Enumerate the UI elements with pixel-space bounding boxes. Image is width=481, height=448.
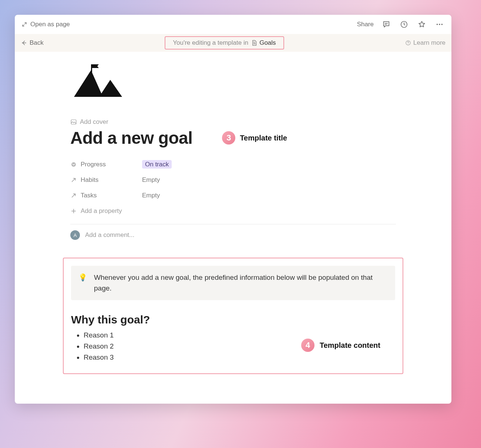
divider — [70, 224, 396, 224]
select-property-icon — [70, 161, 77, 168]
editing-template-label: You're editing a template in — [173, 39, 248, 47]
history-icon[interactable] — [399, 19, 409, 30]
topbar: Open as page Share — [15, 15, 451, 34]
annotation-4-number: 4 — [301, 339, 314, 352]
back-label: Back — [30, 39, 44, 47]
relation-icon — [70, 177, 77, 183]
editing-template-info: You're editing a template in Goals — [165, 36, 284, 50]
help-icon — [405, 40, 411, 46]
svg-rect-7 — [71, 120, 76, 124]
list-item[interactable]: Reason 1 — [84, 331, 397, 339]
property-habits-value[interactable]: Empty — [142, 176, 160, 184]
page-title[interactable]: Add a new goal — [70, 128, 192, 148]
property-tasks-label: Tasks — [81, 192, 97, 199]
page-modal: Open as page Share Back — [15, 15, 451, 404]
add-comment[interactable]: A Add a comment... — [70, 230, 396, 240]
annotation-4-label: Template content — [320, 341, 380, 350]
learn-more-link[interactable]: Learn more — [405, 39, 445, 47]
image-icon — [70, 119, 77, 125]
property-tasks[interactable]: Tasks Empty — [70, 188, 396, 203]
open-as-page-button[interactable]: Open as page — [21, 21, 70, 28]
section-heading[interactable]: Why this goal? — [71, 313, 395, 326]
comment-placeholder: Add a comment... — [85, 231, 134, 239]
property-habits-label: Habits — [81, 176, 98, 184]
plus-icon — [70, 208, 77, 214]
property-progress-label: Progress — [81, 161, 106, 168]
callout-block[interactable]: 💡 Whenever you add a new goal, the prede… — [71, 266, 395, 300]
property-habits[interactable]: Habits Empty — [70, 172, 396, 188]
add-cover-button[interactable]: Add cover — [70, 118, 396, 126]
parent-db-name: Goals — [259, 39, 276, 47]
annotation-3: 3 Template title — [222, 131, 287, 145]
lightbulb-icon: 💡 — [78, 272, 87, 293]
template-content-region: 💡 Whenever you add a new goal, the prede… — [63, 258, 403, 374]
properties-section: Progress On track Habits Empty — [70, 157, 396, 219]
property-progress[interactable]: Progress On track — [70, 157, 396, 172]
share-button[interactable]: Share — [357, 21, 374, 28]
svg-point-1 — [437, 24, 438, 25]
add-property-label: Add a property — [81, 207, 122, 215]
list-item[interactable]: Reason 3 — [84, 353, 397, 362]
open-as-page-label: Open as page — [30, 21, 70, 28]
relation-icon — [70, 192, 77, 199]
svg-point-2 — [439, 24, 440, 25]
add-cover-label: Add cover — [80, 118, 108, 126]
annotation-3-label: Template title — [240, 134, 287, 142]
avatar: A — [70, 230, 80, 240]
learn-more-label: Learn more — [413, 39, 445, 47]
page-icon — [251, 40, 257, 46]
annotation-3-number: 3 — [222, 131, 235, 145]
comments-icon[interactable] — [381, 19, 391, 30]
svg-point-8 — [71, 162, 76, 167]
arrow-left-icon — [21, 40, 27, 46]
add-property-button[interactable]: Add a property — [70, 203, 396, 219]
property-tasks-value[interactable]: Empty — [142, 192, 160, 199]
favorite-icon[interactable] — [417, 19, 427, 30]
annotation-4: 4 Template content — [301, 339, 380, 352]
page-hero-icon[interactable] — [70, 63, 137, 100]
template-edit-banner: Back You're editing a template in Goals … — [15, 34, 451, 52]
property-progress-value[interactable]: On track — [142, 160, 172, 169]
back-button[interactable]: Back — [21, 39, 44, 47]
more-icon[interactable] — [434, 19, 445, 30]
parent-db-link[interactable]: Goals — [251, 39, 276, 47]
svg-point-5 — [408, 44, 408, 44]
expand-icon — [21, 21, 27, 27]
svg-point-3 — [441, 24, 443, 25]
callout-text: Whenever you add a new goal, the predefi… — [94, 272, 388, 293]
page-content: Add cover Add a new goal 3 Template titl… — [15, 52, 451, 404]
